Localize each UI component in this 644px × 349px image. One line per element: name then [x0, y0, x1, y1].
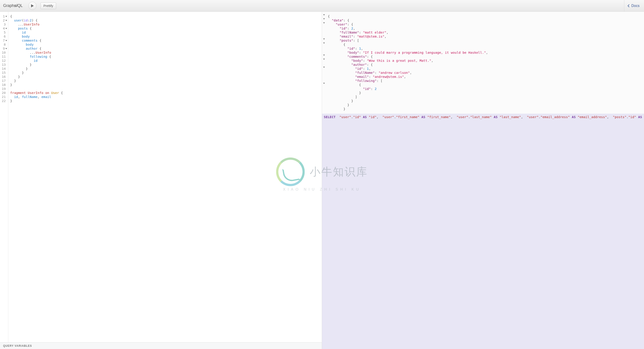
query-variables-bar[interactable]: QUERY VARIABLES — [0, 342, 322, 349]
query-pane: 12345678910111213141516171819202122 { us… — [0, 12, 322, 349]
prettify-button[interactable]: Prettify — [40, 3, 56, 9]
query-editor-code[interactable]: { user(id:2) { ...UserInfo posts { id bo… — [8, 12, 322, 342]
run-button[interactable] — [28, 2, 36, 10]
result-pane: { "data": { "user": { "id": 2, "fullName… — [322, 12, 644, 349]
query-variables-label: QUERY VARIABLES — [3, 344, 32, 347]
result-json[interactable]: { "data": { "user": { "id": 2, "fullName… — [322, 12, 644, 114]
toolbar: GraphsiQL Prettify Docs — [0, 0, 644, 12]
main-split: 12345678910111213141516171819202122 { us… — [0, 12, 644, 349]
result-json-code: { "data": { "user": { "id": 2, "fullName… — [326, 12, 644, 114]
app-logo: GraphsiQL — [3, 3, 22, 8]
query-editor-gutter: 12345678910111213141516171819202122 — [0, 12, 8, 342]
pane-resize-handle[interactable] — [321, 12, 323, 349]
query-editor[interactable]: 12345678910111213141516171819202122 { us… — [0, 12, 322, 342]
sql-panel[interactable]: SELECT "user"."id" AS "id", "user"."firs… — [322, 114, 644, 349]
docs-button[interactable]: Docs — [624, 0, 644, 12]
chevron-left-icon — [628, 4, 630, 8]
play-icon — [31, 4, 34, 8]
